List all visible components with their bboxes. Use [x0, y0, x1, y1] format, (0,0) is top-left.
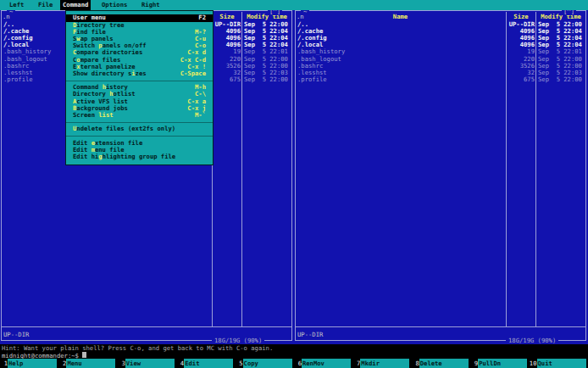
fkey-pulldn[interactable]: 9PullDn: [470, 359, 529, 368]
mini-status-separator: [2, 326, 292, 327]
fkey-delete[interactable]: 8Delete: [412, 359, 470, 368]
file-name: .profile: [297, 76, 327, 83]
file-size: 675: [213, 76, 241, 83]
fkey-mkdir[interactable]: 7Mkdir: [352, 359, 411, 368]
function-key-bar: 1Help2Menu3View4Edit5Copy6RenMov7Mkdir8D…: [0, 359, 588, 368]
fkey-label: Mkdir: [360, 359, 409, 368]
fkey-number: 4: [176, 359, 184, 368]
fkey-label: Edit: [184, 359, 233, 368]
menubar-item-command[interactable]: Command: [60, 0, 91, 10]
file-name: .profile: [3, 76, 33, 83]
menubar-item-options[interactable]: Options: [99, 0, 130, 10]
menu-item-shortcut: F2: [198, 14, 206, 21]
mini-status: UP--DIR: [297, 332, 323, 338]
file-mtime: Sep 5 22:00: [538, 76, 585, 83]
command-prompt[interactable]: midnight@commander:~$: [2, 352, 86, 359]
menu-item-label: Edit highlighting group file: [73, 153, 175, 160]
fkey-label: RenMov: [302, 359, 351, 368]
menu-item-screen-list[interactable]: Screen listM-`: [66, 112, 213, 119]
fkey-quit[interactable]: 10Quit: [530, 359, 588, 368]
fkey-number: 5: [236, 359, 243, 368]
text-cursor: [82, 352, 86, 359]
mini-status-separator: [296, 326, 586, 327]
file-mtime: Sep 5 22:00: [244, 76, 291, 83]
menu-item-undelete-files-ext2fs-only-[interactable]: Undelete files (ext2fs only): [66, 125, 213, 132]
file-row[interactable]: .profile675Sep 5 22:00: [295, 76, 586, 83]
menu-item-show-directory-sizes[interactable]: Show directory sizesC-Space: [66, 70, 213, 77]
mini-status: UP--DIR: [3, 332, 29, 338]
mc-terminal-screen: ~[^].nNameSizeModify time/..UP--DIRSep 5…: [0, 0, 588, 368]
fkey-label: Help: [8, 359, 57, 368]
menu-bar: LeftFileCommandOptionsRight: [0, 0, 588, 10]
fkey-renmov[interactable]: 6RenMov: [294, 359, 352, 368]
menu-item-label: Undelete files (ext2fs only): [73, 125, 175, 132]
menu-item-label: Screen list: [73, 111, 114, 119]
fkey-label: View: [125, 359, 175, 368]
fkey-edit[interactable]: 4Edit: [176, 359, 235, 368]
free-space-indicator: 18G/19G (90%): [212, 337, 264, 344]
fkey-number: 8: [412, 359, 419, 368]
fkey-label: Delete: [419, 359, 469, 368]
menubar-item-file[interactable]: File: [36, 0, 55, 10]
fkey-number: 9: [470, 359, 478, 368]
fkey-number: 7: [352, 359, 360, 368]
fkey-number: 10: [530, 359, 537, 368]
fkey-label: PullDn: [478, 359, 527, 368]
menu-item-shortcut: M-`: [195, 112, 206, 119]
column-header-name[interactable]: Name: [295, 14, 506, 20]
free-space-indicator: 18G/19G (90%): [506, 337, 558, 344]
fkey-help[interactable]: 1Help: [0, 359, 58, 368]
command-menu-dropdown: User menuF2Directory treeFind fileM-?Swa…: [65, 10, 214, 165]
fkey-label: Menu: [66, 359, 115, 368]
menu-item-edit-highlighting-group-file[interactable]: Edit highlighting group file: [66, 153, 213, 160]
fkey-view[interactable]: 3View: [118, 359, 176, 368]
menubar-item-left[interactable]: Left: [7, 0, 26, 10]
fkey-number: 1: [0, 359, 8, 368]
menubar-item-right[interactable]: Right: [139, 0, 163, 10]
fkey-number: 2: [58, 359, 66, 368]
file-size: 675: [507, 76, 535, 83]
fkey-number: 6: [294, 359, 302, 368]
fkey-label: Copy: [243, 359, 292, 368]
fkey-label: Quit: [537, 359, 586, 368]
menu-item-shortcut: C-Space: [180, 70, 206, 77]
prompt-text: midnight@commander:~$: [2, 351, 82, 359]
fkey-number: 3: [118, 359, 125, 368]
fkey-menu[interactable]: 2Menu: [58, 359, 117, 368]
fkey-copy[interactable]: 5Copy: [236, 359, 294, 368]
menu-item-label: Show directory sizes: [73, 70, 147, 77]
